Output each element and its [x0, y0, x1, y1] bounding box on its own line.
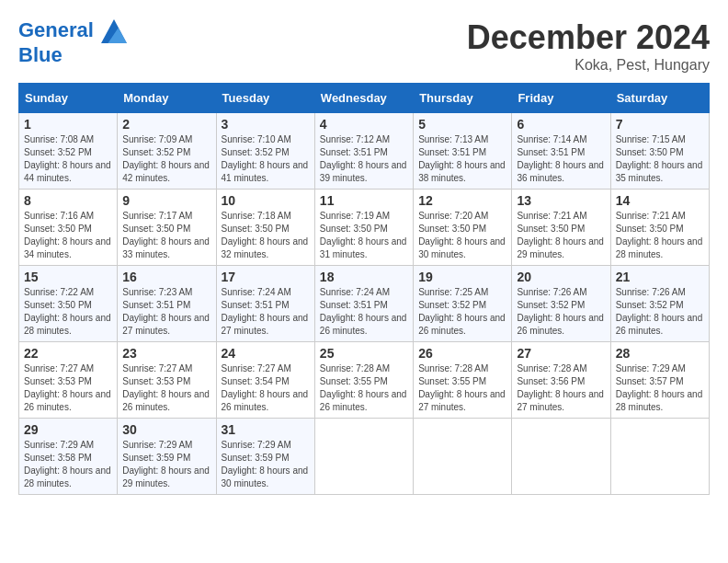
day-info: Sunrise: 7:27 AM Sunset: 3:53 PM Dayligh…: [24, 362, 112, 414]
calendar-cell: 21 Sunrise: 7:26 AM Sunset: 3:52 PM Dayl…: [610, 266, 709, 342]
calendar-cell: 10 Sunrise: 7:18 AM Sunset: 3:50 PM Dayl…: [216, 190, 314, 266]
day-info: Sunrise: 7:24 AM Sunset: 3:51 PM Dayligh…: [320, 286, 408, 338]
logo-text: General: [18, 18, 127, 44]
calendar-cell: 26 Sunrise: 7:28 AM Sunset: 3:55 PM Dayl…: [414, 342, 512, 419]
calendar-header-row: Sunday Monday Tuesday Wednesday Thursday…: [19, 84, 710, 113]
col-saturday: Saturday: [610, 84, 709, 113]
calendar-cell: 16 Sunrise: 7:23 AM Sunset: 3:51 PM Dayl…: [118, 266, 216, 342]
day-number: 19: [418, 270, 506, 284]
calendar-cell: 6 Sunrise: 7:14 AM Sunset: 3:51 PM Dayli…: [512, 113, 610, 190]
day-info: Sunrise: 7:29 AM Sunset: 3:59 PM Dayligh…: [222, 439, 310, 490]
calendar-cell: 7 Sunrise: 7:15 AM Sunset: 3:50 PM Dayli…: [610, 113, 709, 190]
day-number: 17: [222, 270, 310, 284]
calendar-cell: 24 Sunrise: 7:27 AM Sunset: 3:54 PM Dayl…: [216, 342, 314, 419]
day-info: Sunrise: 7:15 AM Sunset: 3:50 PM Dayligh…: [616, 133, 704, 185]
calendar-cell: 29 Sunrise: 7:29 AM Sunset: 3:58 PM Dayl…: [19, 419, 118, 495]
calendar-cell: [512, 419, 610, 495]
day-number: 18: [320, 270, 408, 284]
day-number: 1: [24, 117, 112, 132]
day-info: Sunrise: 7:21 AM Sunset: 3:50 PM Dayligh…: [616, 210, 704, 261]
day-info: Sunrise: 7:27 AM Sunset: 3:53 PM Dayligh…: [122, 362, 210, 414]
calendar-cell: 12 Sunrise: 7:20 AM Sunset: 3:50 PM Dayl…: [414, 190, 512, 266]
day-number: 12: [418, 193, 506, 208]
day-number: 9: [122, 193, 210, 208]
day-number: 14: [616, 193, 704, 208]
logo-blue-text: Blue: [18, 44, 127, 66]
day-info: Sunrise: 7:18 AM Sunset: 3:50 PM Dayligh…: [222, 210, 310, 261]
col-friday: Friday: [512, 84, 610, 113]
col-monday: Monday: [118, 84, 216, 113]
calendar-week-row: 15 Sunrise: 7:22 AM Sunset: 3:50 PM Dayl…: [19, 266, 710, 342]
day-info: Sunrise: 7:13 AM Sunset: 3:51 PM Dayligh…: [418, 133, 506, 185]
day-info: Sunrise: 7:28 AM Sunset: 3:56 PM Dayligh…: [517, 362, 605, 414]
day-number: 23: [122, 346, 210, 361]
day-info: Sunrise: 7:24 AM Sunset: 3:51 PM Dayligh…: [222, 286, 310, 338]
day-number: 29: [24, 422, 112, 437]
day-info: Sunrise: 7:17 AM Sunset: 3:50 PM Dayligh…: [122, 210, 210, 261]
calendar-week-row: 22 Sunrise: 7:27 AM Sunset: 3:53 PM Dayl…: [19, 342, 710, 419]
calendar-week-row: 29 Sunrise: 7:29 AM Sunset: 3:58 PM Dayl…: [19, 419, 710, 495]
day-number: 3: [222, 117, 310, 132]
calendar-cell: 30 Sunrise: 7:29 AM Sunset: 3:59 PM Dayl…: [118, 419, 216, 495]
day-number: 11: [320, 193, 408, 208]
day-number: 10: [222, 193, 310, 208]
day-info: Sunrise: 7:09 AM Sunset: 3:52 PM Dayligh…: [122, 133, 210, 185]
day-number: 5: [418, 117, 506, 132]
calendar-cell: 28 Sunrise: 7:29 AM Sunset: 3:57 PM Dayl…: [610, 342, 709, 419]
calendar-cell: 5 Sunrise: 7:13 AM Sunset: 3:51 PM Dayli…: [414, 113, 512, 190]
logo-icon: [101, 18, 127, 44]
day-info: Sunrise: 7:16 AM Sunset: 3:50 PM Dayligh…: [24, 210, 112, 261]
calendar-cell: 1 Sunrise: 7:08 AM Sunset: 3:52 PM Dayli…: [19, 113, 118, 190]
day-number: 8: [24, 193, 112, 208]
day-number: 31: [222, 422, 310, 437]
calendar-cell: 3 Sunrise: 7:10 AM Sunset: 3:52 PM Dayli…: [216, 113, 314, 190]
calendar-cell: [314, 419, 413, 495]
calendar-cell: 13 Sunrise: 7:21 AM Sunset: 3:50 PM Dayl…: [512, 190, 610, 266]
calendar-cell: 17 Sunrise: 7:24 AM Sunset: 3:51 PM Dayl…: [216, 266, 314, 342]
calendar-cell: 19 Sunrise: 7:25 AM Sunset: 3:52 PM Dayl…: [414, 266, 512, 342]
col-thursday: Thursday: [414, 84, 512, 113]
day-number: 22: [24, 346, 112, 361]
calendar-cell: 25 Sunrise: 7:28 AM Sunset: 3:55 PM Dayl…: [314, 342, 413, 419]
day-info: Sunrise: 7:23 AM Sunset: 3:51 PM Dayligh…: [122, 286, 210, 338]
day-number: 20: [517, 270, 605, 284]
title-area: December 2024 Koka, Pest, Hungary: [467, 18, 710, 74]
page-header: General Blue December 2024 Koka, Pest, H…: [18, 18, 710, 74]
calendar-cell: 23 Sunrise: 7:27 AM Sunset: 3:53 PM Dayl…: [118, 342, 216, 419]
calendar-table: Sunday Monday Tuesday Wednesday Thursday…: [18, 83, 710, 495]
location: Koka, Pest, Hungary: [467, 57, 710, 74]
calendar-week-row: 1 Sunrise: 7:08 AM Sunset: 3:52 PM Dayli…: [19, 113, 710, 190]
day-number: 6: [517, 117, 605, 132]
col-sunday: Sunday: [19, 84, 118, 113]
day-info: Sunrise: 7:29 AM Sunset: 3:57 PM Dayligh…: [616, 362, 704, 414]
day-info: Sunrise: 7:28 AM Sunset: 3:55 PM Dayligh…: [320, 362, 408, 414]
day-number: 26: [418, 346, 506, 361]
day-info: Sunrise: 7:29 AM Sunset: 3:58 PM Dayligh…: [24, 439, 112, 490]
day-info: Sunrise: 7:22 AM Sunset: 3:50 PM Dayligh…: [24, 286, 112, 338]
calendar-cell: [414, 419, 512, 495]
day-number: 2: [122, 117, 210, 132]
calendar-cell: 20 Sunrise: 7:26 AM Sunset: 3:52 PM Dayl…: [512, 266, 610, 342]
calendar-cell: 22 Sunrise: 7:27 AM Sunset: 3:53 PM Dayl…: [19, 342, 118, 419]
day-info: Sunrise: 7:29 AM Sunset: 3:59 PM Dayligh…: [122, 439, 210, 490]
calendar-week-row: 8 Sunrise: 7:16 AM Sunset: 3:50 PM Dayli…: [19, 190, 710, 266]
day-number: 25: [320, 346, 408, 361]
day-number: 27: [517, 346, 605, 361]
day-number: 16: [122, 270, 210, 284]
day-info: Sunrise: 7:19 AM Sunset: 3:50 PM Dayligh…: [320, 210, 408, 261]
day-number: 28: [616, 346, 704, 361]
calendar-cell: 2 Sunrise: 7:09 AM Sunset: 3:52 PM Dayli…: [118, 113, 216, 190]
day-info: Sunrise: 7:10 AM Sunset: 3:52 PM Dayligh…: [222, 133, 310, 185]
day-info: Sunrise: 7:26 AM Sunset: 3:52 PM Dayligh…: [616, 286, 704, 338]
day-number: 30: [122, 422, 210, 437]
calendar-cell: 4 Sunrise: 7:12 AM Sunset: 3:51 PM Dayli…: [314, 113, 413, 190]
day-info: Sunrise: 7:27 AM Sunset: 3:54 PM Dayligh…: [222, 362, 310, 414]
day-number: 7: [616, 117, 704, 132]
day-number: 15: [24, 270, 112, 284]
calendar-cell: 8 Sunrise: 7:16 AM Sunset: 3:50 PM Dayli…: [19, 190, 118, 266]
day-number: 21: [616, 270, 704, 284]
calendar-cell: 15 Sunrise: 7:22 AM Sunset: 3:50 PM Dayl…: [19, 266, 118, 342]
day-number: 24: [222, 346, 310, 361]
calendar-cell: 18 Sunrise: 7:24 AM Sunset: 3:51 PM Dayl…: [314, 266, 413, 342]
day-info: Sunrise: 7:25 AM Sunset: 3:52 PM Dayligh…: [418, 286, 506, 338]
